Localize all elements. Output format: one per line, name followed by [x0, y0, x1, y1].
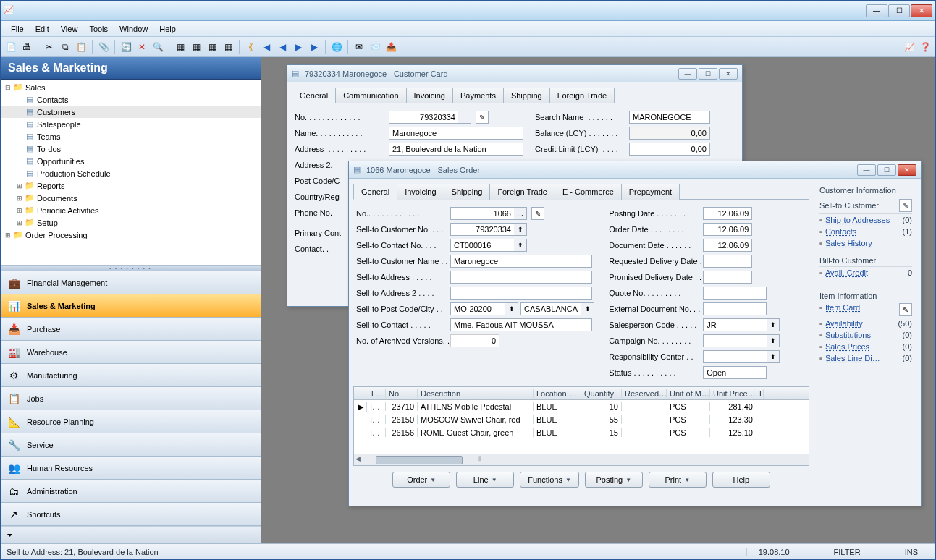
tree-expander[interactable]: ⊞	[15, 195, 24, 202]
tree-item[interactable]: ▤Opportunities	[1, 155, 261, 167]
chart-icon[interactable]: 📈	[902, 40, 916, 54]
nav-item[interactable]: 📋Jobs	[1, 387, 261, 410]
grid-col-header[interactable]: Unit Price…	[710, 389, 756, 398]
edit-icon[interactable]: ✎	[531, 207, 544, 220]
sales-order-titlebar[interactable]: ▤ 1066 Maronegoce - Sales Order — ☐ ✕	[349, 161, 921, 179]
info-row[interactable]: ▪Sales History	[819, 237, 912, 249]
info-row[interactable]: ▪Sales Line Di…(0)	[819, 352, 912, 364]
find-icon[interactable]: 🔍	[151, 40, 165, 54]
grid2-icon[interactable]: ▦	[189, 40, 203, 54]
info-link[interactable]: Item Card	[825, 303, 860, 316]
tab-invoicing[interactable]: Invoicing	[406, 88, 453, 103]
lookup-icon[interactable]: ⬆	[767, 350, 780, 363]
grid-row[interactable]: I…26156ROME Guest Chair, greenBLUE15PCS1…	[354, 426, 809, 439]
grid-col-header[interactable]: Location …	[534, 389, 581, 398]
attach-icon[interactable]: 📎	[96, 40, 111, 54]
field-input[interactable]	[703, 350, 767, 363]
menu-view[interactable]: View	[55, 25, 84, 33]
tree-item[interactable]: ▤To-dos	[1, 143, 261, 155]
paste-icon[interactable]: 📋	[74, 40, 88, 54]
field-input[interactable]	[450, 239, 514, 252]
nav-last-icon[interactable]: ▶	[307, 40, 321, 54]
edit-icon[interactable]: ✎	[899, 199, 912, 212]
nav-item[interactable]: 📊Sales & Marketing	[1, 294, 261, 318]
lookup-icon[interactable]: …	[514, 207, 527, 220]
nav-back-icon[interactable]: ◀	[259, 40, 274, 54]
cc-address-input[interactable]	[389, 143, 523, 156]
order-lines-grid[interactable]: T…No.DescriptionLocation …QuantityReserv…	[353, 386, 809, 466]
grid4-icon[interactable]: ▦	[221, 40, 235, 54]
print-button[interactable]: Print▼	[649, 472, 707, 488]
menu-edit[interactable]: Edit	[30, 25, 55, 33]
nav-item[interactable]: 🔧Service	[1, 433, 261, 457]
tree-item[interactable]: ⊟📁Sales	[1, 81, 261, 93]
posting-button[interactable]: Posting▼	[585, 472, 643, 488]
nav-splitter[interactable]: • • • • • • • •	[1, 266, 261, 271]
info-link[interactable]: Substitutions	[825, 331, 871, 339]
lookup-icon[interactable]: ⬆	[505, 302, 518, 315]
nav-item[interactable]: 🏭Warehouse	[1, 341, 261, 364]
delete-icon[interactable]: ✕	[135, 40, 149, 54]
field-input[interactable]	[450, 334, 499, 347]
field-input[interactable]	[450, 287, 592, 300]
cc-name-input[interactable]	[389, 127, 523, 140]
grid-col-header[interactable]: Quantity	[581, 389, 622, 398]
field-input[interactable]	[703, 223, 752, 236]
lookup-icon[interactable]: ⬆	[514, 223, 527, 236]
order-button[interactable]: Order▼	[392, 472, 450, 488]
info-row[interactable]: ▪Ship-to Addresses(0)	[819, 214, 912, 226]
print-icon[interactable]: 🖶	[20, 40, 34, 54]
grid-col-header[interactable]: Unit of M…	[667, 389, 710, 398]
tab-invoicing[interactable]: Invoicing	[397, 184, 444, 200]
lookup-icon[interactable]: ⬆	[581, 302, 594, 315]
cc-close-button[interactable]: ✕	[719, 68, 738, 80]
grid-hscrollbar[interactable]: ◀ ⦀	[354, 454, 809, 465]
tree-item[interactable]: ⊞📁Periodic Activities	[1, 204, 261, 216]
field-input[interactable]	[703, 318, 767, 331]
cc-maximize-button[interactable]: ☐	[699, 68, 717, 80]
info-row[interactable]: ▪Substitutions(0)	[819, 329, 912, 341]
tree-item[interactable]: ▤Contacts	[1, 93, 261, 106]
grid-col-header[interactable]: T…	[367, 389, 386, 398]
grid-row[interactable]: ▶I…23710ATHENS Mobile PedestalBLUE10PCS2…	[354, 400, 809, 413]
line-button[interactable]: Line▼	[456, 472, 514, 488]
nav-item[interactable]: 📐Resource Planning	[1, 410, 261, 433]
info-row[interactable]: ▪Contacts(1)	[819, 226, 912, 237]
lookup-icon[interactable]: ⬆	[514, 239, 527, 252]
info-link[interactable]: Availability	[825, 319, 863, 328]
field-input[interactable]	[450, 318, 592, 331]
field-input[interactable]	[450, 207, 514, 220]
field-input[interactable]	[450, 255, 592, 268]
field-input[interactable]	[703, 366, 767, 379]
toolbar[interactable]: 📄 🖶 ✂ ⧉ 📋 📎 🔄 ✕ 🔍 ▦ ▦ ▦ ▦ ⟪ ◀ ◀ ▶ ▶ 🌐 ✉ …	[1, 37, 935, 57]
info-link[interactable]: Sales Prices	[825, 342, 869, 351]
cut-icon[interactable]: ✂	[42, 40, 56, 54]
nav-item[interactable]: 📥Purchase	[1, 318, 261, 341]
row-selector[interactable]: ▶	[354, 402, 367, 412]
tab-payments[interactable]: Payments	[452, 88, 504, 103]
close-button[interactable]: ✕	[911, 4, 932, 17]
field-input[interactable]	[703, 255, 752, 268]
tree-item[interactable]: ⊞📁Documents	[1, 192, 261, 204]
edit-icon[interactable]: ✎	[899, 303, 912, 316]
new-icon[interactable]: 📄	[4, 40, 18, 54]
tree-item[interactable]: ⊞📁Setup	[1, 216, 261, 229]
grid3-icon[interactable]: ▦	[205, 40, 219, 54]
tree-expander[interactable]: ⊞	[15, 182, 24, 190]
info-link[interactable]: Ship-to Addresses	[825, 216, 890, 224]
tab-shipping[interactable]: Shipping	[444, 184, 491, 200]
field-input[interactable]	[703, 287, 767, 300]
send-icon[interactable]: 📨	[368, 40, 382, 54]
titlebar[interactable]: 📈 — ☐ ✕	[1, 1, 935, 21]
nav-item[interactable]: 💼Financial Management	[1, 271, 261, 294]
tree-item[interactable]: ⊞📁Order Processing	[1, 229, 261, 241]
tree-item[interactable]: ▤Salespeople	[1, 118, 261, 130]
edit-icon[interactable]: ✎	[476, 111, 489, 124]
menu-tools[interactable]: Tools	[83, 25, 114, 33]
tree-expander[interactable]: ⊟	[4, 84, 12, 91]
info-row[interactable]: ▪Avail. Credit0	[819, 267, 912, 279]
field-input[interactable]	[703, 239, 752, 252]
tab-foreign-trade[interactable]: Foreign Trade	[489, 184, 555, 200]
field-input[interactable]	[703, 271, 752, 284]
field-input[interactable]	[520, 302, 581, 315]
